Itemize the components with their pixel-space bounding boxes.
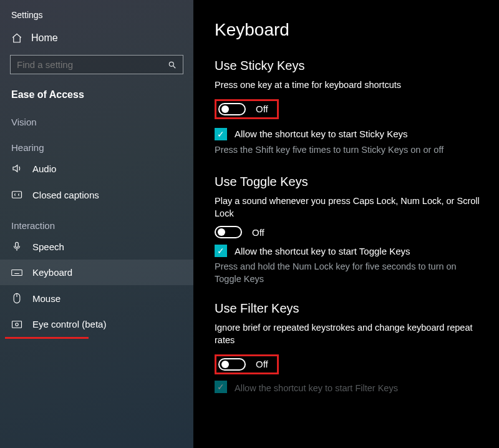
sticky-keys-shortcut-sub: Press the Shift key five times to turn S… [215,144,483,157]
sidebar-item-mouse[interactable]: Mouse [0,285,193,311]
main-content: Keyboard Use Sticky Keys Press one key a… [193,0,499,448]
sticky-keys-shortcut-label: Allow the shortcut key to start Sticky K… [235,129,408,139]
sidebar-home-label: Home [31,32,58,44]
toggle-keys-shortcut-checkbox[interactable]: ✓ [215,245,227,257]
annotation-box-filter: Off [215,354,279,374]
sidebar-item-closed-captions[interactable]: Closed captions [0,182,193,208]
toggle-keys-desc: Play a sound whenever you press Caps Loc… [215,195,483,220]
svg-line-1 [173,66,176,68]
toggle-keys-shortcut-label: Allow the shortcut key to start Toggle K… [235,246,410,256]
filter-keys-desc: Ignore brief or repeated keystrokes and … [215,322,483,346]
toggle-keys-toggle[interactable] [215,226,242,238]
toggle-keys-heading: Use Toggle Keys [215,175,483,189]
sidebar-item-label: Speech [32,241,64,252]
svg-point-13 [16,323,19,326]
sidebar-group-hearing: Hearing [0,130,193,155]
mouse-icon [11,293,22,304]
home-icon [11,32,22,44]
search-box[interactable] [10,55,183,74]
sidebar-home[interactable]: Home [0,26,193,50]
svg-rect-3 [16,242,19,247]
svg-rect-12 [12,321,22,328]
sidebar-item-audio[interactable]: Audio [0,155,193,182]
sidebar-group-vision[interactable]: Vision [0,104,193,130]
svg-rect-4 [12,270,22,275]
filter-keys-toggle[interactable] [218,358,246,371]
page-title: Keyboard [215,20,483,40]
annotation-underline [5,337,89,339]
svg-rect-2 [12,192,22,198]
window-title: Settings [0,6,193,26]
search-input[interactable] [17,59,164,70]
sidebar: Settings Home Ease of Access Vision He [0,0,193,448]
cc-icon [11,189,22,200]
sticky-keys-desc: Press one key at a time for keyboard sho… [215,79,483,92]
filter-keys-toggle-state: Off [256,359,268,369]
svg-point-0 [169,62,173,66]
sticky-keys-toggle-state: Off [256,104,268,114]
sidebar-item-label: Mouse [32,293,61,304]
sidebar-item-label: Audio [32,163,56,174]
sidebar-category: Ease of Access [0,79,193,104]
eye-control-icon [11,320,22,329]
toggle-keys-shortcut-sub: Press and hold the Num Lock key for five… [215,261,483,285]
filter-keys-heading: Use Filter Keys [215,301,483,316]
toggle-keys-toggle-state: Off [252,227,264,238]
microphone-icon [11,241,22,252]
sticky-keys-toggle[interactable] [218,103,246,115]
keyboard-icon [11,269,22,276]
sidebar-group-interaction: Interaction [0,208,193,233]
sidebar-item-eye-control[interactable]: Eye control (beta) [0,311,193,337]
sidebar-item-label: Closed captions [32,190,99,200]
sticky-keys-shortcut-checkbox[interactable]: ✓ [215,128,227,140]
sidebar-item-label: Keyboard [32,267,72,278]
annotation-box-sticky: Off [215,99,279,119]
filter-keys-shortcut-checkbox[interactable]: ✓ [215,381,227,393]
sidebar-item-speech[interactable]: Speech [0,233,193,260]
sticky-keys-heading: Use Sticky Keys [215,59,483,73]
speaker-icon [11,163,22,174]
filter-keys-shortcut-label: Allow the shortcut key to start Filter K… [235,383,398,393]
sidebar-item-label: Eye control (beta) [32,319,106,329]
search-icon [168,61,177,69]
sidebar-item-keyboard[interactable]: Keyboard [0,260,193,285]
